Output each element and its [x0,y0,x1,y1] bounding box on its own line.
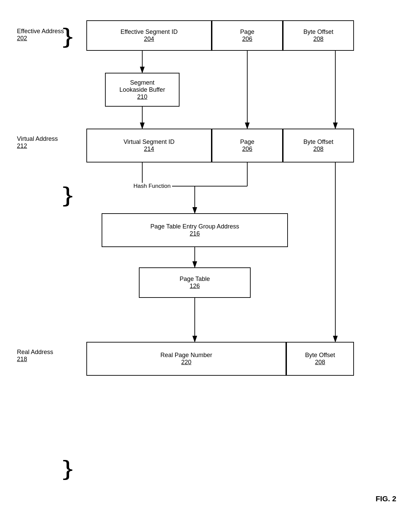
svg-text:}: } [63,24,73,48]
segment-lookaside-buffer-box: Segment Lookaside Buffer 210 [105,73,180,107]
effective-address-label: Effective Address 202 [17,28,64,42]
svg-text:}: } [63,457,73,480]
virtual-address-label: Virtual Address 212 [17,135,58,150]
page-table-entry-group-box: Page Table Entry Group Address 216 [102,213,288,247]
effective-segment-id-box: Effective Segment ID 204 [86,20,212,51]
byte-offset-top-box: Byte Offset 208 [283,20,354,51]
page-mid-box: Page 206 [212,129,283,162]
byte-offset-mid-box: Byte Offset 208 [283,129,354,162]
byte-offset-bottom-box: Byte Offset 208 [286,342,354,376]
hash-function-label: Hash Function [132,183,172,190]
svg-text:}: } [63,183,73,206]
page-table-box: Page Table 126 [139,267,251,298]
figure-label: FIG. 2 [376,495,396,503]
virtual-segment-id-box: Virtual Segment ID 214 [86,129,212,162]
real-page-number-box: Real Page Number 220 [86,342,286,376]
real-address-label: Real Address 218 [17,349,53,363]
page-top-box: Page 206 [212,20,283,51]
